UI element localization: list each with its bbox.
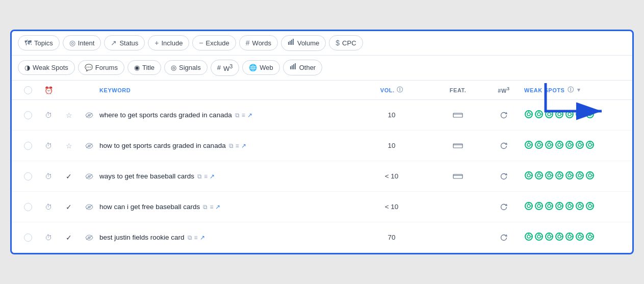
- w3-column-header[interactable]: #W3: [483, 86, 524, 94]
- row2-eye-icon[interactable]: [79, 143, 99, 149]
- row1-list-icon[interactable]: ≡: [242, 112, 245, 119]
- signals-button[interactable]: ◎ Signals: [164, 60, 208, 75]
- header-checkbox[interactable]: [24, 86, 32, 94]
- cpc-button[interactable]: $ CPC: [329, 35, 363, 50]
- row1-external-icon[interactable]: ↗: [247, 112, 252, 119]
- row1-copy-icon[interactable]: ⧉: [235, 112, 240, 119]
- row5-eye-icon[interactable]: [79, 235, 99, 241]
- status-button[interactable]: ↗ Status: [104, 35, 145, 50]
- row2-clock-icon: ⏱: [38, 142, 59, 150]
- svg-point-18: [537, 113, 540, 116]
- words-button[interactable]: # Words: [239, 35, 278, 50]
- row3-list-icon[interactable]: ≡: [204, 173, 208, 180]
- svg-point-128: [578, 204, 581, 208]
- table-row: ⏱ ✓ how can i get free baseball cards ⧉ …: [12, 192, 632, 222]
- row1-keyword-cell: where to get sports cards graded in cana…: [99, 107, 351, 123]
- weak-spots-sort-icon[interactable]: ▾: [577, 87, 581, 93]
- row4-eye-icon[interactable]: [79, 204, 99, 210]
- svg-point-94: [568, 174, 571, 177]
- row2-checkbox[interactable]: [24, 142, 32, 150]
- include-button[interactable]: + Include: [148, 35, 189, 50]
- row5-refresh-cell[interactable]: [483, 234, 524, 242]
- row5-check-icon[interactable]: ✓: [59, 234, 79, 242]
- volume-info-icon[interactable]: ⓘ: [397, 86, 403, 94]
- row4-checkbox[interactable]: [24, 203, 32, 211]
- w3-button[interactable]: # W3: [211, 60, 240, 76]
- intent-icon: ◎: [69, 39, 75, 47]
- row3-eye-icon[interactable]: [79, 173, 99, 179]
- svg-point-54: [548, 143, 551, 146]
- row1-keyword-text: where to get sports cards graded in cana…: [99, 111, 232, 119]
- row3-external-icon[interactable]: ↗: [210, 173, 215, 180]
- row2-refresh-cell[interactable]: [483, 142, 524, 150]
- row5-external-icon[interactable]: ↗: [200, 234, 205, 241]
- row3-copy-icon[interactable]: ⧉: [197, 173, 202, 180]
- web-button[interactable]: 🌐 Web: [242, 60, 280, 75]
- row2-copy-icon[interactable]: ⧉: [229, 142, 234, 149]
- svg-point-150: [558, 235, 561, 238]
- row2-star-icon[interactable]: ☆: [59, 142, 79, 150]
- title-button[interactable]: ◉ Title: [127, 60, 161, 75]
- topics-button[interactable]: 🗺 Topics: [18, 35, 60, 50]
- row4-list-icon[interactable]: ≡: [210, 203, 213, 211]
- row4-refresh-cell[interactable]: [483, 203, 524, 211]
- row1-eye-icon[interactable]: [79, 112, 99, 118]
- ring5: [565, 140, 574, 151]
- ring5: [565, 232, 574, 243]
- row3-checkbox-cell: [18, 172, 38, 180]
- intent-button[interactable]: ◎ Intent: [63, 35, 101, 50]
- row4-copy-icon[interactable]: ⧉: [203, 203, 208, 211]
- svg-point-90: [558, 174, 561, 177]
- other-button[interactable]: Other: [283, 60, 323, 75]
- ring4: [555, 171, 564, 182]
- w3-label: W3: [223, 63, 233, 72]
- keyword-column-header[interactable]: KEYWORD: [99, 87, 351, 93]
- table-body: ⏱ ☆ where to get sports cards graded in …: [12, 100, 632, 253]
- row1-checkbox[interactable]: [24, 111, 32, 119]
- row2-list-icon[interactable]: ≡: [236, 142, 239, 149]
- header-checkbox-cell: [18, 86, 38, 94]
- table-row: ⏱ ✓ ways to get free baseball cards ⧉ ≡ …: [12, 161, 632, 192]
- row1-clock-icon: ⏱: [38, 111, 59, 119]
- exclude-button[interactable]: − Exclude: [192, 35, 236, 50]
- web-icon: 🌐: [249, 64, 257, 71]
- svg-rect-11: [453, 113, 462, 117]
- weak-spots-column-header[interactable]: WEAK SPOTS ⓘ ▾: [524, 86, 626, 94]
- row4-check-icon[interactable]: ✓: [59, 203, 79, 211]
- ring5: [565, 110, 574, 120]
- main-container: 🗺 Topics ◎ Intent ↗ Status + Include − E…: [10, 30, 634, 254]
- row3-checkbox[interactable]: [24, 172, 32, 180]
- row3-refresh-cell[interactable]: [483, 172, 524, 180]
- svg-point-46: [527, 143, 530, 146]
- forums-button[interactable]: 💬 Forums: [78, 60, 124, 75]
- ring7: [585, 171, 595, 182]
- volume-button[interactable]: Volume: [281, 35, 326, 51]
- row1-featured-cell: [432, 112, 483, 119]
- row5-keyword-cell: best justin fields rookie card ⧉ ≡ ↗: [99, 229, 351, 245]
- row5-copy-icon[interactable]: ⧉: [188, 234, 192, 241]
- row5-list-icon[interactable]: ≡: [194, 234, 198, 241]
- ring6: [575, 110, 584, 120]
- weak-spots-button[interactable]: ◑ Weak Spots: [18, 60, 75, 75]
- row3-check-icon[interactable]: ✓: [59, 172, 79, 180]
- volume-column-header[interactable]: VOL. ⓘ: [351, 86, 432, 94]
- svg-point-132: [588, 204, 591, 208]
- row4-external-icon[interactable]: ↗: [215, 203, 220, 211]
- second-toolbar: ◑ Weak Spots 💬 Forums ◉ Title ◎ Signals …: [12, 56, 632, 81]
- row4-clock-icon: ⏱: [38, 203, 59, 211]
- featured-column-header[interactable]: FEAT.: [432, 87, 483, 93]
- row1-volume-cell: 10: [351, 111, 432, 119]
- weak-spots-info-icon[interactable]: ⓘ: [568, 86, 574, 94]
- svg-rect-43: [453, 144, 462, 148]
- row1-star-icon[interactable]: ☆: [59, 111, 79, 119]
- row2-volume-cell: 10: [351, 142, 432, 149]
- exclude-icon: −: [199, 39, 203, 47]
- weak-spots-header-label: WEAK SPOTS: [524, 87, 564, 93]
- row5-checkbox[interactable]: [24, 234, 32, 242]
- volume-icon: [288, 39, 295, 47]
- svg-point-78: [527, 174, 530, 177]
- row2-external-icon[interactable]: ↗: [241, 142, 246, 149]
- svg-point-116: [548, 204, 551, 208]
- row1-refresh-cell[interactable]: [483, 111, 524, 119]
- svg-point-22: [548, 113, 551, 116]
